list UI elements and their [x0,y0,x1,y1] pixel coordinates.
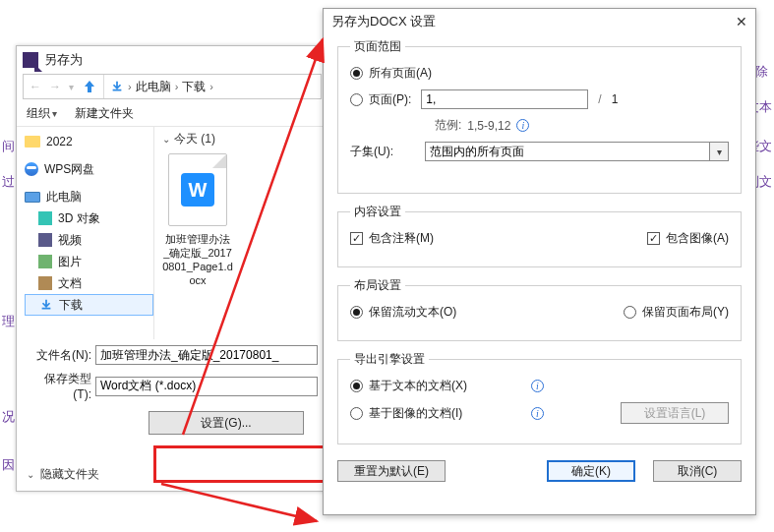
folder-icon [25,136,40,148]
hide-folders-toggle[interactable]: ⌄ 隐藏文件夹 [27,466,99,483]
group-title: 导出引擎设置 [350,351,429,368]
bg-text: 理 [2,313,15,330]
radio-icon [350,93,363,106]
nav-up-icon[interactable] [82,79,97,94]
subset-select[interactable]: ▾ [425,142,729,161]
tree-item-downloads[interactable]: 下载 [25,294,153,316]
radio-engine-image[interactable]: 基于图像的文档(I) [350,405,507,422]
cancel-button[interactable]: 取消(C) [653,460,742,482]
chevron-down-icon[interactable]: ▾ [709,142,729,161]
radio-page-layout[interactable]: 保留页面布局(Y) [624,304,729,321]
organize-menu[interactable]: 组织▾ [27,105,57,122]
dialog-title: 另存为 [44,51,83,69]
download-icon [110,80,124,93]
group-title: 内容设置 [350,204,405,220]
dialog-title-bar[interactable]: 另存为 [17,46,327,74]
file-list[interactable]: ⌄ 今天 (1) W 加班管理办法_确定版_20170801_Page1.doc… [154,127,327,339]
radio-icon [350,306,363,319]
annotation-highlight [153,445,328,483]
radio-all-pages[interactable]: 所有页面(A) [350,65,729,82]
pages-total: 1 [612,92,619,106]
radio-icon [350,67,363,80]
cloud-icon [25,162,38,176]
chevron-down-icon[interactable]: ⌄ [162,134,170,145]
filename-input[interactable] [95,345,318,365]
info-icon[interactable]: i [531,380,544,392]
dialog-title-bar[interactable]: 另存为DOCX 设置 ✕ [324,9,755,34]
filetype-select[interactable] [95,377,318,396]
set-language-button: 设置语言(L) [621,402,729,424]
group-engine: 导出引擎设置 基于文本的文档(X) i 基于图像的文档(I) i 设置语言(L) [337,351,742,444]
tree-item-video[interactable]: 视频 [25,229,153,251]
dialog-footer: 重置为默认(E) 确定(K) 取消(C) [324,454,755,482]
file-thumbnail: W [168,153,227,226]
toolbar: 组织▾ 新建文件夹 [17,99,327,127]
nav-back-icon[interactable]: ← [30,80,41,93]
breadcrumb-downloads[interactable]: 下载 [182,79,206,95]
group-title: 布局设置 [350,277,405,294]
settings-button[interactable]: 设置(G)... [149,411,304,435]
close-icon[interactable]: ✕ [736,14,747,30]
picture-icon [38,255,52,268]
radio-icon [624,306,636,319]
chevron-right-icon[interactable]: › [175,81,179,92]
info-icon[interactable]: i [531,407,544,420]
radio-engine-text[interactable]: 基于文本的文档(X) [350,378,507,394]
bg-text: 因 [2,456,15,474]
filename-label: 文件名(N): [27,347,95,364]
download-icon [39,298,53,312]
cube-icon [38,211,52,225]
example-value: 1,5-9,12 [467,119,510,133]
slash-separator: / [598,92,601,106]
checkbox-include-notes[interactable]: 包含注释(M) [350,230,434,247]
file-item[interactable]: W 加班管理办法_确定版_20170801_Page1.docx [162,153,233,287]
tree-item-2022[interactable]: 2022 [25,131,153,152]
reset-defaults-button[interactable]: 重置为默认(E) [337,460,446,482]
ok-button[interactable]: 确定(K) [547,460,635,482]
group-page-range: 页面范围 所有页面(A) 页面(P): / 1 范例: 1,5-9,12 i [337,38,742,194]
chevron-right-icon[interactable]: › [209,81,213,92]
docx-settings-dialog: 另存为DOCX 设置 ✕ 页面范围 所有页面(A) 页面(P): / 1 范例: [323,8,756,515]
group-header-today[interactable]: ⌄ 今天 (1) [162,131,320,148]
nav-recent-icon[interactable]: ▾ [69,82,74,92]
dialog-title: 另存为DOCX 设置 [331,13,436,30]
radio-flow-text[interactable]: 保留流动文本(O) [350,304,456,321]
app-icon [23,52,38,68]
chevron-down-icon: ⌄ [27,469,34,480]
new-folder-button[interactable]: 新建文件夹 [75,105,134,122]
video-icon [38,233,52,247]
document-icon [38,276,52,290]
tree-item-3d[interactable]: 3D 对象 [25,207,153,229]
bg-text: 过 [2,173,15,191]
subset-label: 子集(U): [350,144,415,160]
bg-text: 除 [755,63,768,81]
subset-value[interactable] [425,142,709,161]
file-name: 加班管理办法_确定版_20170801_Page1.docx [162,232,233,287]
pages-input[interactable] [421,89,588,109]
tree-item-pic[interactable]: 图片 [25,251,153,272]
checkbox-icon [647,232,660,245]
chevron-right-icon[interactable]: › [128,81,132,92]
group-content: 内容设置 包含注释(M) 包含图像(A) [337,204,742,267]
radio-pages[interactable]: 页面(P): [350,91,411,108]
save-as-dialog: 另存为 ← → ▾ › 此电脑 › 下载 › 组织▾ 新建文件夹 2022 WP… [16,45,328,492]
group-layout: 布局设置 保留流动文本(O) 保留页面布局(Y) [337,277,742,341]
word-icon: W [181,173,214,207]
example-label: 范例: [435,117,461,134]
nav-forward-icon[interactable]: → [49,80,61,93]
folder-tree[interactable]: 2022 WPS网盘 此电脑 3D 对象 视频 图片 文档 下载 [17,127,154,339]
checkbox-include-images[interactable]: 包含图像(A) [647,230,729,247]
tree-item-pc[interactable]: 此电脑 [25,186,153,207]
tree-item-docs[interactable]: 文档 [25,272,153,294]
group-title: 页面范围 [350,38,405,55]
address-bar[interactable]: ← → ▾ › 此电脑 › 下载 › [23,74,322,99]
breadcrumb-pc[interactable]: 此电脑 [136,79,171,95]
tree-item-wps[interactable]: WPS网盘 [25,158,153,180]
filetype-label: 保存类型(T): [27,371,95,401]
radio-icon [350,380,363,392]
pc-icon [25,192,40,203]
checkbox-icon [350,232,363,245]
info-icon[interactable]: i [516,119,529,132]
radio-icon [350,407,363,420]
bg-text: 间 [2,138,15,155]
